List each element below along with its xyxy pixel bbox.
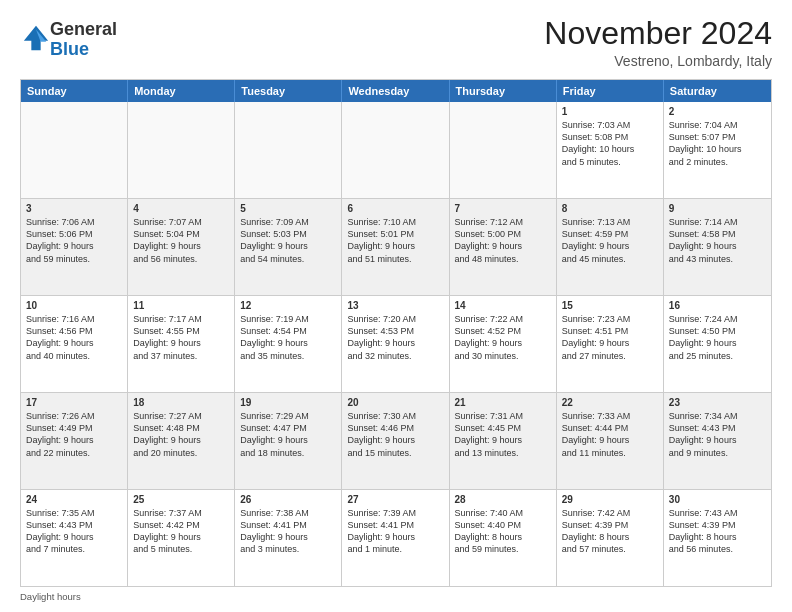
empty-cell [450,102,557,198]
empty-cell [342,102,449,198]
cell-info: Sunrise: 7:07 AM Sunset: 5:04 PM Dayligh… [133,216,229,265]
day-number: 7 [455,203,551,214]
day-cell-27: 27Sunrise: 7:39 AM Sunset: 4:41 PM Dayli… [342,490,449,586]
day-cell-22: 22Sunrise: 7:33 AM Sunset: 4:44 PM Dayli… [557,393,664,489]
day-number: 9 [669,203,766,214]
day-cell-4: 4Sunrise: 7:07 AM Sunset: 5:04 PM Daylig… [128,199,235,295]
day-number: 25 [133,494,229,505]
day-number: 27 [347,494,443,505]
cell-info: Sunrise: 7:30 AM Sunset: 4:46 PM Dayligh… [347,410,443,459]
day-cell-6: 6Sunrise: 7:10 AM Sunset: 5:01 PM Daylig… [342,199,449,295]
cell-info: Sunrise: 7:39 AM Sunset: 4:41 PM Dayligh… [347,507,443,556]
day-number: 30 [669,494,766,505]
cell-info: Sunrise: 7:22 AM Sunset: 4:52 PM Dayligh… [455,313,551,362]
cell-info: Sunrise: 7:29 AM Sunset: 4:47 PM Dayligh… [240,410,336,459]
day-number: 24 [26,494,122,505]
day-number: 22 [562,397,658,408]
title-block: November 2024 Vestreno, Lombardy, Italy [544,16,772,69]
calendar-row-3: 17Sunrise: 7:26 AM Sunset: 4:49 PM Dayli… [21,392,771,489]
day-cell-3: 3Sunrise: 7:06 AM Sunset: 5:06 PM Daylig… [21,199,128,295]
day-number: 13 [347,300,443,311]
cell-info: Sunrise: 7:27 AM Sunset: 4:48 PM Dayligh… [133,410,229,459]
cell-info: Sunrise: 7:31 AM Sunset: 4:45 PM Dayligh… [455,410,551,459]
day-cell-19: 19Sunrise: 7:29 AM Sunset: 4:47 PM Dayli… [235,393,342,489]
cell-info: Sunrise: 7:04 AM Sunset: 5:07 PM Dayligh… [669,119,766,168]
logo-blue: Blue [50,39,89,59]
day-cell-25: 25Sunrise: 7:37 AM Sunset: 4:42 PM Dayli… [128,490,235,586]
header-sunday: Sunday [21,80,128,102]
page: General Blue November 2024 Vestreno, Lom… [0,0,792,612]
cell-info: Sunrise: 7:14 AM Sunset: 4:58 PM Dayligh… [669,216,766,265]
day-cell-23: 23Sunrise: 7:34 AM Sunset: 4:43 PM Dayli… [664,393,771,489]
cell-info: Sunrise: 7:37 AM Sunset: 4:42 PM Dayligh… [133,507,229,556]
cell-info: Sunrise: 7:06 AM Sunset: 5:06 PM Dayligh… [26,216,122,265]
header-friday: Friday [557,80,664,102]
cell-info: Sunrise: 7:33 AM Sunset: 4:44 PM Dayligh… [562,410,658,459]
header-saturday: Saturday [664,80,771,102]
calendar-row-0: 1Sunrise: 7:03 AM Sunset: 5:08 PM Daylig… [21,102,771,198]
cell-info: Sunrise: 7:20 AM Sunset: 4:53 PM Dayligh… [347,313,443,362]
logo-general: General [50,19,117,39]
day-cell-5: 5Sunrise: 7:09 AM Sunset: 5:03 PM Daylig… [235,199,342,295]
cell-info: Sunrise: 7:43 AM Sunset: 4:39 PM Dayligh… [669,507,766,556]
day-cell-8: 8Sunrise: 7:13 AM Sunset: 4:59 PM Daylig… [557,199,664,295]
day-number: 2 [669,106,766,117]
calendar-row-2: 10Sunrise: 7:16 AM Sunset: 4:56 PM Dayli… [21,295,771,392]
cell-info: Sunrise: 7:40 AM Sunset: 4:40 PM Dayligh… [455,507,551,556]
calendar: Sunday Monday Tuesday Wednesday Thursday… [20,79,772,587]
footer-note: Daylight hours [20,591,772,602]
day-cell-16: 16Sunrise: 7:24 AM Sunset: 4:50 PM Dayli… [664,296,771,392]
day-number: 19 [240,397,336,408]
header-tuesday: Tuesday [235,80,342,102]
day-number: 17 [26,397,122,408]
calendar-row-4: 24Sunrise: 7:35 AM Sunset: 4:43 PM Dayli… [21,489,771,586]
day-number: 14 [455,300,551,311]
cell-info: Sunrise: 7:42 AM Sunset: 4:39 PM Dayligh… [562,507,658,556]
header-thursday: Thursday [450,80,557,102]
day-number: 5 [240,203,336,214]
day-number: 26 [240,494,336,505]
day-number: 11 [133,300,229,311]
day-number: 10 [26,300,122,311]
day-number: 15 [562,300,658,311]
empty-cell [235,102,342,198]
cell-info: Sunrise: 7:13 AM Sunset: 4:59 PM Dayligh… [562,216,658,265]
cell-info: Sunrise: 7:38 AM Sunset: 4:41 PM Dayligh… [240,507,336,556]
day-number: 4 [133,203,229,214]
day-cell-17: 17Sunrise: 7:26 AM Sunset: 4:49 PM Dayli… [21,393,128,489]
day-cell-1: 1Sunrise: 7:03 AM Sunset: 5:08 PM Daylig… [557,102,664,198]
location: Vestreno, Lombardy, Italy [544,53,772,69]
day-cell-14: 14Sunrise: 7:22 AM Sunset: 4:52 PM Dayli… [450,296,557,392]
cell-info: Sunrise: 7:19 AM Sunset: 4:54 PM Dayligh… [240,313,336,362]
day-cell-7: 7Sunrise: 7:12 AM Sunset: 5:00 PM Daylig… [450,199,557,295]
day-cell-30: 30Sunrise: 7:43 AM Sunset: 4:39 PM Dayli… [664,490,771,586]
day-cell-28: 28Sunrise: 7:40 AM Sunset: 4:40 PM Dayli… [450,490,557,586]
header-monday: Monday [128,80,235,102]
day-cell-2: 2Sunrise: 7:04 AM Sunset: 5:07 PM Daylig… [664,102,771,198]
empty-cell [128,102,235,198]
day-cell-20: 20Sunrise: 7:30 AM Sunset: 4:46 PM Dayli… [342,393,449,489]
cell-info: Sunrise: 7:23 AM Sunset: 4:51 PM Dayligh… [562,313,658,362]
empty-cell [21,102,128,198]
cell-info: Sunrise: 7:35 AM Sunset: 4:43 PM Dayligh… [26,507,122,556]
day-cell-29: 29Sunrise: 7:42 AM Sunset: 4:39 PM Dayli… [557,490,664,586]
cell-info: Sunrise: 7:03 AM Sunset: 5:08 PM Dayligh… [562,119,658,168]
day-number: 12 [240,300,336,311]
svg-marker-0 [24,26,48,50]
day-number: 6 [347,203,443,214]
day-cell-26: 26Sunrise: 7:38 AM Sunset: 4:41 PM Dayli… [235,490,342,586]
day-number: 23 [669,397,766,408]
cell-info: Sunrise: 7:24 AM Sunset: 4:50 PM Dayligh… [669,313,766,362]
cell-info: Sunrise: 7:10 AM Sunset: 5:01 PM Dayligh… [347,216,443,265]
day-number: 28 [455,494,551,505]
cell-info: Sunrise: 7:34 AM Sunset: 4:43 PM Dayligh… [669,410,766,459]
logo-text: General Blue [50,20,117,60]
day-cell-13: 13Sunrise: 7:20 AM Sunset: 4:53 PM Dayli… [342,296,449,392]
cell-info: Sunrise: 7:26 AM Sunset: 4:49 PM Dayligh… [26,410,122,459]
day-cell-21: 21Sunrise: 7:31 AM Sunset: 4:45 PM Dayli… [450,393,557,489]
day-cell-10: 10Sunrise: 7:16 AM Sunset: 4:56 PM Dayli… [21,296,128,392]
cell-info: Sunrise: 7:16 AM Sunset: 4:56 PM Dayligh… [26,313,122,362]
logo-icon [22,24,50,52]
day-number: 3 [26,203,122,214]
header: General Blue November 2024 Vestreno, Lom… [20,16,772,69]
